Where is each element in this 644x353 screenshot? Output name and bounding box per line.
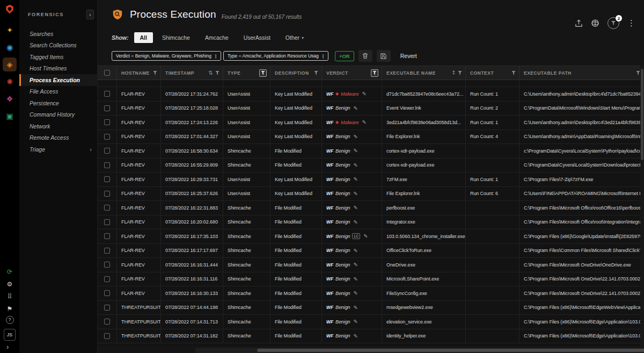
table-row[interactable]: FLAR-REV07/28/2022 17:24:13.226UserAssis… xyxy=(98,116,644,130)
tab-shimcache[interactable]: Shimcache xyxy=(156,32,196,43)
col-executable-name[interactable]: EXECUTABLE NAME ↥ xyxy=(382,66,466,80)
sidebar-item-host-timelines[interactable]: Host Timelines xyxy=(19,63,97,75)
settings-gear-icon[interactable]: ⚙ xyxy=(4,279,16,289)
table-row[interactable]: FLAR-REV07/28/2022 16:55:29.809Shimcache… xyxy=(98,159,644,173)
filter-chip[interactable]: Type = Amcache, Application Resource Usa… xyxy=(223,51,328,61)
filter-panel-button[interactable]: 2 xyxy=(608,17,619,29)
apps-grid-icon[interactable]: ⠿ xyxy=(4,291,16,301)
table-row[interactable]: THREATPURSUIT07/28/2022 07:14:44.198Shim… xyxy=(98,301,644,315)
sidebar-item-searches[interactable]: Searches xyxy=(19,28,97,40)
save-filter-button[interactable] xyxy=(377,50,391,62)
help-icon[interactable]: ? xyxy=(6,316,14,324)
edit-verdict-icon[interactable]: ✎ xyxy=(353,176,357,182)
vertical-scrollbar-thumb[interactable] xyxy=(641,69,643,160)
col-description[interactable]: DESCRIPTION xyxy=(270,66,322,80)
row-checkbox[interactable] xyxy=(104,319,110,325)
export-icon[interactable] xyxy=(575,19,583,27)
row-checkbox[interactable] xyxy=(104,219,110,225)
col-type[interactable]: TYPE xyxy=(223,66,270,80)
sidebar-item-persistence[interactable]: Persistence xyxy=(19,97,97,109)
scatter-icon[interactable]: ✺ xyxy=(3,75,17,89)
edit-verdict-icon[interactable]: ✎ xyxy=(363,233,368,239)
boxes-icon[interactable]: ▣ xyxy=(3,109,17,123)
expand-rail-icon[interactable]: › xyxy=(0,343,9,351)
col-timestamp[interactable]: TIMESTAMP ⇅ xyxy=(161,66,223,80)
row-checkbox[interactable] xyxy=(104,233,110,239)
sidebar-item-process-execution[interactable]: Process Execution xyxy=(19,74,97,86)
filter-funnel-icon[interactable] xyxy=(215,71,219,75)
filter-funnel-icon[interactable] xyxy=(314,71,318,75)
row-checkbox[interactable] xyxy=(104,176,110,182)
row-checkbox[interactable] xyxy=(104,262,110,268)
table-row[interactable]: FLAR-REV07/28/2022 17:25:18.028UserAssis… xyxy=(98,102,644,116)
table-row[interactable]: FLAR-REV07/28/2022 16:16:31.444Shimcache… xyxy=(98,258,644,272)
edit-verdict-icon[interactable]: ✎ xyxy=(353,333,357,339)
table-row[interactable]: FLAR-REV07/28/2022 16:22:31.883Shimcache… xyxy=(98,201,644,215)
edit-verdict-icon[interactable]: ✎ xyxy=(353,248,357,254)
edit-verdict-icon[interactable]: ✎ xyxy=(353,162,357,168)
table-row[interactable]: FLAR-REV07/28/2022 16:16:30.133Shimcache… xyxy=(98,286,644,301)
sidebar-item-triage[interactable]: Triage› xyxy=(19,143,97,155)
edit-verdict-icon[interactable]: ✎ xyxy=(353,205,357,211)
edit-verdict-icon[interactable]: ✎ xyxy=(353,191,357,197)
row-checkbox[interactable] xyxy=(104,248,110,254)
row-checkbox[interactable] xyxy=(104,305,110,311)
row-checkbox[interactable] xyxy=(104,333,110,339)
kebab-menu-icon[interactable]: ⋮ xyxy=(627,18,635,28)
edit-verdict-icon[interactable]: ✎ xyxy=(362,119,366,125)
sidebar-item-file-access[interactable]: File Access xyxy=(19,86,97,98)
table-row[interactable]: THREATPURSUIT07/28/2022 07:14:31.713Shim… xyxy=(98,315,644,329)
add-or-filter-button[interactable]: +OR xyxy=(335,51,354,61)
filter-funnel-icon[interactable] xyxy=(511,71,516,75)
active-filter-box[interactable] xyxy=(259,69,267,77)
table-row[interactable]: FLAR-REV07/28/2022 16:58:30.634Shimcache… xyxy=(98,144,644,159)
table-row[interactable]: FLAR-REV07/28/2022 17:01:44.327UserAssis… xyxy=(98,130,644,145)
filter-chip[interactable]: Verdict = Benign, Malware, Grayware, Phi… xyxy=(112,51,221,61)
horizontal-scrollbar[interactable] xyxy=(195,348,644,353)
flower-icon[interactable]: ❖ xyxy=(3,92,17,106)
row-checkbox[interactable] xyxy=(104,191,110,197)
row-checkbox[interactable] xyxy=(104,105,110,111)
table-row[interactable]: FLAR-REV07/28/2022 16:17:17.697Shimcache… xyxy=(98,244,644,258)
row-checkbox[interactable] xyxy=(104,148,110,154)
filter-funnel-icon[interactable] xyxy=(153,71,157,75)
row-checkbox[interactable] xyxy=(104,91,110,97)
starburst-icon[interactable]: ✦ xyxy=(3,23,17,37)
edit-verdict-icon[interactable]: ✎ xyxy=(353,134,357,140)
sidebar-item-remote-access[interactable]: Remote Access xyxy=(19,132,97,144)
sidebar-item-command-history[interactable]: Command History xyxy=(19,109,97,121)
chip-drag-handle[interactable]: ∥ xyxy=(215,54,217,59)
table-row[interactable]: FLAR-REV07/28/2022 16:25:37.626UserAssis… xyxy=(98,187,644,201)
table-row[interactable]: THREATPURSUIT07/28/2022 07:14:31.182Shim… xyxy=(98,329,644,344)
sidebar-item-tagged-items[interactable]: Tagged Items xyxy=(19,51,97,63)
sync-icon[interactable]: ⟳ xyxy=(4,266,16,277)
filter-funnel-icon[interactable] xyxy=(458,71,462,75)
row-checkbox[interactable] xyxy=(104,119,110,125)
table-row[interactable]: FLAR-REV07/28/2022 16:16:31.116Shimcache… xyxy=(98,272,644,287)
edit-verdict-icon[interactable]: ✎ xyxy=(353,148,357,154)
tab-userassist[interactable]: UserAssist xyxy=(238,32,276,43)
row-checkbox[interactable] xyxy=(104,276,110,282)
globe-icon[interactable] xyxy=(591,19,599,27)
sort-icon[interactable]: ⇅ xyxy=(209,70,213,76)
collapse-sidebar-button[interactable]: ‹ xyxy=(86,10,94,19)
pin-column-icon[interactable]: ↥ xyxy=(451,70,456,75)
edit-verdict-icon[interactable]: ✎ xyxy=(353,262,357,268)
table-row[interactable]: FLAR-REV07/28/2022 16:29:33.731UserAssis… xyxy=(98,172,644,187)
row-checkbox[interactable] xyxy=(104,162,110,168)
col-verdict[interactable]: VERDICT xyxy=(322,66,382,80)
revert-button[interactable]: Revert xyxy=(400,53,417,59)
tab-other[interactable]: Other▾ xyxy=(280,32,310,43)
col-executable-path[interactable]: EXECUTABLE PATH xyxy=(519,66,644,80)
edit-verdict-icon[interactable]: ✎ xyxy=(353,290,357,296)
col-hostname[interactable]: HOSTNAME xyxy=(117,66,161,80)
swirl-icon[interactable]: ◉ xyxy=(3,40,17,54)
edit-verdict-icon[interactable]: ✎ xyxy=(353,105,357,111)
horizontal-scrollbar-thumb[interactable] xyxy=(257,349,644,352)
edit-verdict-icon[interactable]: ✎ xyxy=(353,276,357,282)
vertical-scrollbar[interactable] xyxy=(640,66,644,347)
table-row[interactable]: FLAR-REV07/28/2022 17:31:24.762UserAssis… xyxy=(98,87,644,102)
col-context[interactable]: CONTEXT xyxy=(466,66,519,80)
delete-filter-button[interactable] xyxy=(358,50,372,62)
chip-drag-handle[interactable]: ∥ xyxy=(322,54,324,59)
